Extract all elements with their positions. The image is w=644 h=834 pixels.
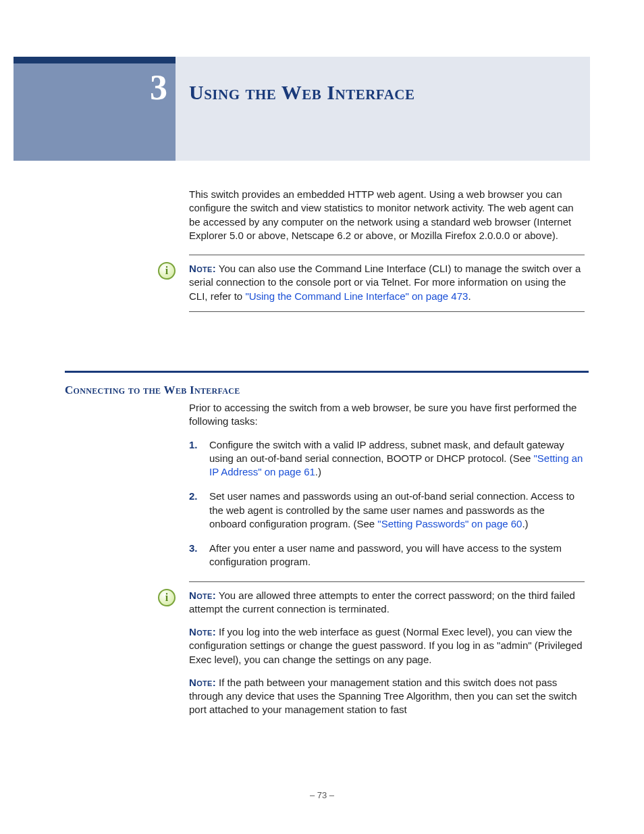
note-label: Note:: [189, 590, 216, 601]
task-text-b: .): [315, 466, 321, 477]
chapter-number: 3: [150, 68, 167, 107]
section-divider: [65, 371, 589, 373]
chapter-title-block: Using the Web Interface: [176, 57, 590, 161]
task-text: Configure the switch with a valid IP add…: [209, 439, 564, 464]
note-stack: Note: You are allowed three attempts to …: [189, 581, 585, 717]
section-intro: Prior to accessing the switch from a web…: [189, 401, 585, 429]
info-icon: [158, 589, 176, 606]
section-connecting: Connecting to the Web Interface Prior to…: [65, 384, 589, 727]
note-label: Note:: [189, 263, 216, 274]
note-label: Note:: [189, 677, 216, 688]
note-text: You are allowed three attempts to enter …: [189, 590, 575, 615]
task-text: After you enter a user name and password…: [209, 542, 562, 567]
chapter-number-block: 3: [14, 57, 176, 161]
task-text-b: .): [522, 518, 528, 529]
note-label: Note:: [189, 626, 216, 637]
task-number: 1.: [189, 438, 198, 452]
list-item: 3. After you enter a user name and passw…: [189, 542, 585, 569]
note-text: If the path between your management stat…: [189, 677, 577, 716]
note-block-cli: Note: You can also use the Command Line …: [189, 255, 585, 312]
list-item: 2. Set user names and passwords using an…: [189, 490, 585, 531]
task-number: 3.: [189, 542, 198, 555]
task-number: 2.: [189, 490, 198, 503]
note-attempts: Note: You are allowed three attempts to …: [189, 589, 585, 617]
note-text: If you log into the web interface as gue…: [189, 626, 583, 665]
note-cli-text: Note: You can also use the Command Line …: [189, 262, 585, 303]
page-number: – 73 –: [0, 790, 644, 800]
note-spanning-tree: Note: If the path between your managemen…: [189, 676, 585, 717]
task-list: 1. Configure the switch with a valid IP …: [189, 438, 585, 569]
main-content: This switch provides an embedded HTTP we…: [189, 188, 585, 312]
note-guest-admin: Note: If you log into the web interface …: [189, 625, 585, 667]
section-heading: Connecting to the Web Interface: [65, 384, 589, 397]
intro-paragraph: This switch provides an embedded HTTP we…: [189, 188, 585, 242]
link-cli[interactable]: "Using the Command Line Interface" on pa…: [245, 290, 468, 302]
info-icon: [158, 262, 176, 280]
section-body: Prior to accessing the switch from a web…: [189, 401, 585, 717]
link-passwords[interactable]: "Setting Passwords" on page 60: [377, 518, 522, 529]
chapter-title: Using the Web Interface: [189, 81, 590, 104]
note-text-after: .: [468, 290, 471, 302]
list-item: 1. Configure the switch with a valid IP …: [189, 438, 585, 479]
